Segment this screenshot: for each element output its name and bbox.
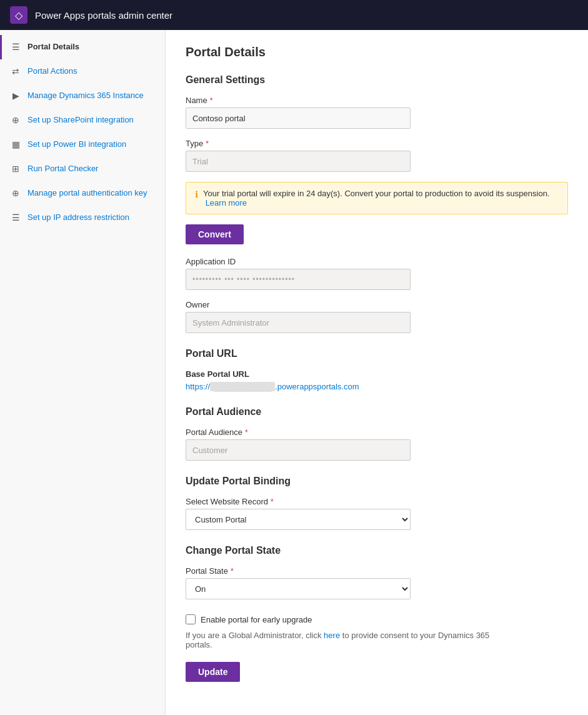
app-id-input: [186, 269, 411, 290]
audience-input: [186, 439, 411, 461]
portal-state-select[interactable]: On Off: [186, 578, 411, 599]
actions-icon: ⇄: [10, 66, 21, 78]
owner-input: [186, 312, 411, 333]
sidebar-item-manage-d365[interactable]: ▶ Manage Dynamics 365 Instance: [0, 84, 165, 108]
general-settings-section: General Settings Name * Type * ℹ Your tr…: [186, 74, 568, 333]
trial-alert-banner: ℹ Your trial portal will expire in 24 da…: [186, 182, 568, 214]
sidebar-label-ip: Set up IP address restriction: [27, 212, 129, 223]
play-icon: ▶: [10, 91, 21, 102]
portal-url-section: Portal URL Base Portal URL https://█████…: [186, 348, 568, 391]
consent-text: If you are a Global Administrator, click…: [186, 631, 498, 649]
sidebar-item-portal-details[interactable]: ☰ Portal Details: [0, 35, 165, 59]
update-button[interactable]: Update: [186, 662, 240, 682]
app-id-label: Application ID: [186, 257, 568, 266]
url-blurred: ██████████: [210, 382, 275, 391]
audience-label: Portal Audience *: [186, 428, 568, 437]
app-title: Power Apps portals admin center: [35, 10, 172, 21]
url-prefix: https://: [186, 382, 210, 391]
base-url-label: Base Portal URL: [186, 369, 568, 379]
powerbi-icon: ▦: [10, 139, 21, 151]
portal-state-label: Portal State *: [186, 566, 568, 576]
update-binding-section: Update Portal Binding Select Website Rec…: [186, 476, 568, 530]
page-title: Portal Details: [186, 45, 568, 59]
info-icon: ℹ: [195, 189, 198, 199]
document-icon: ☰: [10, 42, 21, 53]
app-logo: ◇: [10, 6, 27, 24]
sidebar-item-auth-key[interactable]: ⊕ Manage portal authentication key: [0, 181, 165, 206]
sidebar-item-portal-actions[interactable]: ⇄ Portal Actions: [0, 59, 165, 84]
sidebar-item-ip-restriction[interactable]: ☰ Set up IP address restriction: [0, 206, 165, 230]
update-binding-title: Update Portal Binding: [186, 476, 568, 487]
app-id-field-group: Application ID: [186, 257, 568, 290]
change-state-title: Change Portal State: [186, 545, 568, 556]
checker-icon: ⊞: [10, 164, 21, 175]
early-upgrade-checkbox[interactable]: [186, 614, 196, 624]
name-field-group: Name *: [186, 96, 568, 129]
sidebar: ☰ Portal Details ⇄ Portal Actions ▶ Mana…: [0, 30, 166, 715]
owner-label: Owner: [186, 300, 568, 309]
sidebar-label-portal-actions: Portal Actions: [27, 66, 77, 77]
name-label: Name *: [186, 96, 568, 105]
sidebar-label-checker: Run Portal Checker: [27, 163, 98, 174]
consent-link[interactable]: here: [324, 631, 340, 640]
sidebar-item-powerbi[interactable]: ▦ Set up Power BI integration: [0, 132, 165, 157]
owner-field-group: Owner: [186, 300, 568, 333]
audience-field-group: Portal Audience *: [186, 428, 568, 461]
sharepoint-icon: ⊕: [10, 115, 21, 126]
url-suffix: .powerappsportals.com: [275, 382, 359, 391]
early-upgrade-section: Enable portal for early upgrade If you a…: [186, 614, 568, 694]
convert-button[interactable]: Convert: [186, 224, 244, 244]
portal-audience-title: Portal Audience: [186, 406, 568, 418]
sidebar-label-sharepoint: Set up SharePoint integration: [27, 114, 134, 126]
website-record-select[interactable]: Custom Portal Default Portal: [186, 509, 411, 530]
type-label: Type *: [186, 139, 568, 148]
portal-state-field-group: Portal State * On Off: [186, 566, 568, 599]
alert-text: Your trial portal will expire in 24 day(…: [203, 189, 559, 208]
app-header: ◇ Power Apps portals admin center: [0, 0, 588, 30]
sidebar-label-portal-details: Portal Details: [27, 41, 79, 52]
early-upgrade-checkbox-row: Enable portal for early upgrade: [186, 614, 568, 624]
sidebar-label-auth-key: Manage portal authentication key: [27, 188, 147, 199]
key-icon: ⊕: [10, 188, 21, 199]
name-input[interactable]: [186, 108, 411, 129]
sidebar-label-manage-d365: Manage Dynamics 365 Instance: [27, 90, 144, 101]
main-content: Portal Details General Settings Name * T…: [166, 30, 588, 715]
portal-url-title: Portal URL: [186, 348, 568, 359]
type-input: [186, 151, 411, 172]
ip-icon: ☰: [10, 212, 21, 224]
website-record-label: Select Website Record *: [186, 497, 568, 506]
general-settings-title: General Settings: [186, 74, 568, 86]
sidebar-label-powerbi: Set up Power BI integration: [27, 139, 126, 150]
learn-more-link[interactable]: Learn more: [206, 198, 247, 208]
change-state-section: Change Portal State Portal State * On Of…: [186, 545, 568, 599]
sidebar-item-portal-checker[interactable]: ⊞ Run Portal Checker: [0, 157, 165, 181]
base-url-link[interactable]: https://██████████.powerappsportals.com: [186, 382, 359, 391]
sidebar-item-sharepoint[interactable]: ⊕ Set up SharePoint integration: [0, 108, 165, 132]
website-record-field-group: Select Website Record * Custom Portal De…: [186, 497, 568, 530]
main-layout: ☰ Portal Details ⇄ Portal Actions ▶ Mana…: [0, 30, 588, 715]
portal-audience-section: Portal Audience Portal Audience *: [186, 406, 568, 461]
early-upgrade-label: Enable portal for early upgrade: [201, 615, 312, 624]
type-field-group: Type *: [186, 139, 568, 172]
